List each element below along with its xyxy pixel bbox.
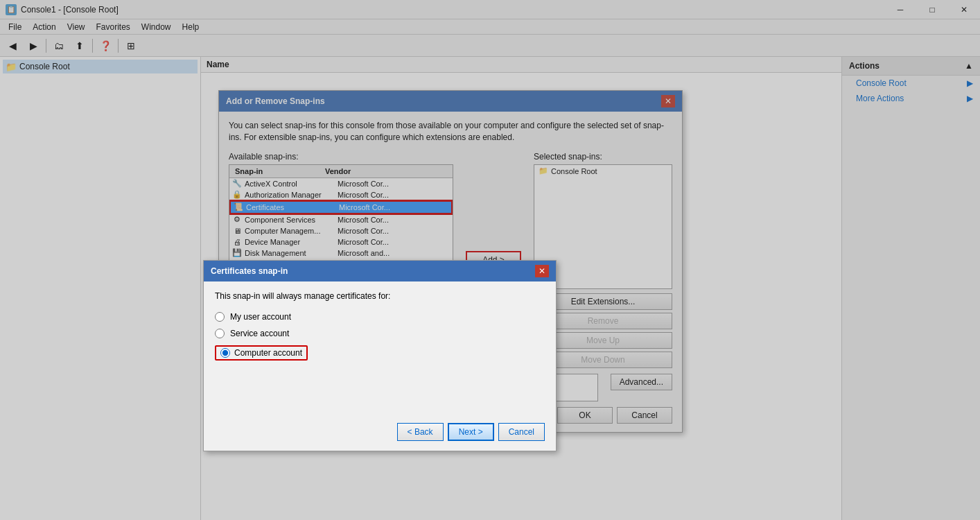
next-button[interactable]: Next > [448, 423, 494, 441]
certs-dialog-titlebar: Certificates snap-in ✕ [204, 261, 556, 281]
certs-description: This snap-in will always manage certific… [215, 291, 545, 301]
certs-cancel-button[interactable]: Cancel [498, 423, 545, 441]
radio-my-account[interactable]: My user account [215, 312, 545, 322]
radio-computer-label: Computer account [234, 348, 302, 358]
radio-service[interactable]: Service account [215, 329, 545, 338]
certs-content: This snap-in will always manage certific… [204, 281, 556, 451]
certs-dialog-close[interactable]: ✕ [535, 265, 549, 277]
radio-service-label: Service account [230, 329, 289, 338]
radio-computer-input[interactable] [220, 348, 230, 358]
radio-group: My user account Service account Computer… [215, 312, 545, 361]
radio-my-account-label: My user account [230, 312, 291, 322]
radio-my-account-input[interactable] [215, 312, 225, 322]
radio-computer-highlighted: Computer account [215, 345, 308, 361]
back-button[interactable]: < Back [397, 423, 444, 441]
radio-service-input[interactable] [215, 329, 225, 338]
certs-spacer [215, 374, 545, 416]
certs-dialog-title: Certificates snap-in [211, 266, 288, 276]
radio-computer[interactable]: Computer account [215, 345, 545, 361]
certs-dialog: Certificates snap-in ✕ This snap-in will… [203, 260, 557, 451]
certs-buttons: < Back Next > Cancel [215, 423, 545, 441]
